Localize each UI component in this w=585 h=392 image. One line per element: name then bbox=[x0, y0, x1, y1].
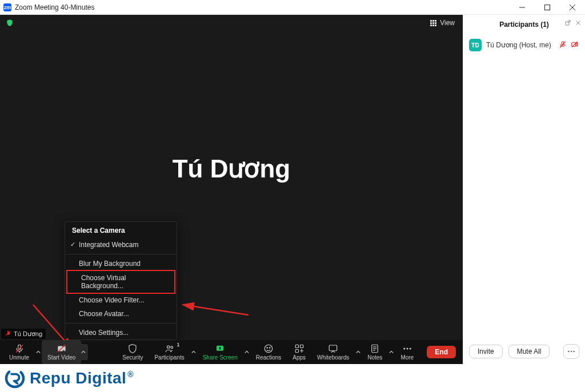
brand-reg: ® bbox=[127, 370, 134, 379]
svg-point-17 bbox=[267, 347, 268, 349]
svg-rect-11 bbox=[58, 346, 63, 351]
participants-button[interactable]: 1 Participants bbox=[149, 340, 190, 364]
apps-button[interactable]: Apps bbox=[287, 340, 311, 364]
svg-point-16 bbox=[265, 345, 273, 353]
participants-count: 1 bbox=[177, 342, 180, 347]
participants-more-button[interactable] bbox=[563, 344, 579, 359]
name-tag-text: Tú Dương bbox=[14, 330, 42, 338]
svg-point-27 bbox=[403, 348, 405, 350]
svg-point-13 bbox=[167, 346, 170, 349]
svg-rect-21 bbox=[295, 350, 298, 353]
svg-rect-1 bbox=[545, 5, 550, 10]
camera-option-integrated[interactable]: Integrated Webcam bbox=[65, 238, 177, 252]
view-button[interactable]: View bbox=[428, 18, 457, 28]
whiteboard-icon bbox=[327, 343, 339, 354]
avatar: TD bbox=[469, 39, 482, 51]
meeting-area: View Tú Dương Tú Dương Select a Camera I… bbox=[0, 15, 463, 364]
smile-icon bbox=[263, 343, 274, 354]
end-meeting-button[interactable]: End bbox=[427, 346, 456, 358]
mute-all-button[interactable]: Mute All bbox=[508, 345, 550, 358]
brand-footer: Repu Digital® bbox=[0, 364, 585, 392]
camera-off-icon bbox=[56, 343, 67, 354]
participant-camera-off-icon bbox=[570, 41, 579, 50]
participants-panel: Participants (1) TD Tú Dương (Host, me) bbox=[463, 15, 585, 364]
invite-button[interactable]: Invite bbox=[469, 345, 503, 358]
svg-point-40 bbox=[5, 368, 25, 389]
svg-rect-22 bbox=[329, 345, 337, 351]
participant-row[interactable]: TD Tú Dương (Host, me) bbox=[468, 37, 580, 54]
close-window-button[interactable] bbox=[560, 0, 585, 15]
security-button[interactable]: Security bbox=[117, 340, 149, 364]
participants-title: Participants (1) bbox=[499, 21, 549, 29]
start-video-button[interactable]: Start Video bbox=[42, 340, 81, 364]
minimize-button[interactable] bbox=[510, 0, 535, 15]
svg-point-14 bbox=[171, 346, 173, 349]
participant-label: Tú Dương (Host, me) bbox=[486, 41, 551, 49]
menu-video-settings[interactable]: Video Settings... bbox=[65, 326, 177, 340]
grid-icon bbox=[430, 20, 436, 26]
participant-mic-muted-icon bbox=[559, 41, 567, 50]
share-screen-icon bbox=[214, 343, 226, 354]
zoom-app-icon: zm bbox=[3, 3, 11, 11]
participant-name-tag: Tú Dương bbox=[1, 329, 46, 339]
audio-options-caret[interactable] bbox=[35, 340, 42, 364]
shield-icon bbox=[127, 343, 138, 354]
participants-caret[interactable] bbox=[190, 340, 197, 364]
more-icon bbox=[402, 343, 412, 354]
camera-menu-header: Select a Camera bbox=[65, 222, 177, 238]
unmute-button[interactable]: Unmute bbox=[3, 340, 35, 364]
notes-button[interactable]: Notes bbox=[362, 340, 388, 364]
participants-panel-header: Participants (1) bbox=[463, 15, 585, 34]
svg-line-7 bbox=[183, 305, 249, 315]
participants-panel-footer: Invite Mute All bbox=[463, 339, 585, 364]
annotation-arrow-2 bbox=[180, 304, 254, 323]
whiteboards-caret[interactable] bbox=[355, 340, 362, 364]
brand-text: Repu Digital bbox=[30, 369, 126, 387]
svg-point-38 bbox=[571, 351, 572, 352]
svg-point-28 bbox=[406, 348, 408, 350]
svg-rect-19 bbox=[295, 345, 298, 347]
maximize-button[interactable] bbox=[535, 0, 560, 15]
menu-choose-avatar[interactable]: Choose Avatar... bbox=[65, 307, 177, 321]
mic-muted-icon bbox=[5, 330, 11, 338]
people-icon: 1 bbox=[164, 343, 175, 354]
svg-rect-35 bbox=[572, 42, 576, 46]
svg-point-37 bbox=[568, 351, 569, 352]
encryption-shield-icon[interactable] bbox=[6, 19, 14, 27]
more-button[interactable]: More bbox=[395, 340, 419, 364]
meeting-toolbar: Unmute Start Video Security bbox=[0, 340, 463, 364]
svg-point-39 bbox=[574, 351, 575, 352]
svg-point-18 bbox=[270, 347, 271, 349]
apps-icon bbox=[294, 343, 304, 354]
share-screen-caret[interactable] bbox=[243, 340, 250, 364]
svg-point-29 bbox=[410, 348, 411, 350]
notes-icon bbox=[370, 343, 380, 354]
window-title: Zoom Meeting 40-Minutes bbox=[15, 3, 94, 11]
view-label: View bbox=[440, 19, 455, 27]
close-panel-icon[interactable] bbox=[575, 19, 582, 26]
whiteboards-button[interactable]: Whiteboards bbox=[311, 340, 355, 364]
camera-options-menu: Select a Camera Integrated Webcam Blur M… bbox=[65, 221, 177, 340]
menu-choose-video-filter[interactable]: Choose Video Filter... bbox=[65, 293, 177, 307]
menu-blur-background[interactable]: Blur My Background bbox=[65, 257, 177, 270]
svg-rect-20 bbox=[300, 345, 303, 347]
video-tile-name: Tú Dương bbox=[173, 154, 291, 183]
reactions-button[interactable]: Reactions bbox=[250, 340, 287, 364]
mic-off-icon bbox=[14, 343, 25, 354]
title-bar: zm Zoom Meeting 40-Minutes bbox=[0, 0, 585, 15]
menu-choose-virtual-background[interactable]: Choose Virtual Background... bbox=[66, 270, 175, 294]
share-screen-button[interactable]: Share Screen bbox=[197, 340, 243, 364]
repu-logo-icon bbox=[5, 368, 25, 389]
popout-icon[interactable] bbox=[564, 19, 571, 26]
notes-caret[interactable] bbox=[388, 340, 395, 364]
